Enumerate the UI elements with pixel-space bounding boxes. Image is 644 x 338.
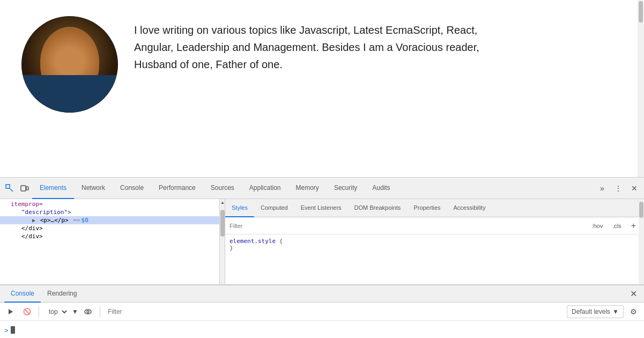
svg-marker-4 xyxy=(9,309,13,314)
context-select[interactable]: top xyxy=(45,305,69,318)
console-tab-console[interactable]: Console xyxy=(4,285,41,303)
tab-elements[interactable]: Elements xyxy=(32,178,74,199)
console-toolbar: 🚫 top ▼ Default levels ▼ ⚙ xyxy=(0,303,644,321)
svg-rect-2 xyxy=(21,186,26,191)
tab-application[interactable]: Application xyxy=(242,178,288,199)
hov-button[interactable]: :hov xyxy=(588,221,606,231)
svg-rect-0 xyxy=(6,185,10,188)
avatar-image xyxy=(21,16,118,113)
console-input-area[interactable]: > xyxy=(0,321,644,338)
tab-console[interactable]: Console xyxy=(113,178,151,199)
element-line[interactable]: </div> xyxy=(0,232,219,240)
styles-tab-dom-breakpoints[interactable]: DOM Breakpoints xyxy=(348,199,408,217)
styles-tab-event-listeners[interactable]: Event Listeners xyxy=(294,199,348,217)
svg-point-5 xyxy=(85,310,91,314)
element-line[interactable]: itemprop= xyxy=(0,200,219,208)
element-line-selected[interactable]: ▶ <p>…</p> == $0 xyxy=(0,216,219,224)
element-line[interactable]: </div> xyxy=(0,224,219,232)
add-style-button[interactable]: + xyxy=(627,220,640,232)
device-icon[interactable] xyxy=(17,181,32,196)
page-scroll-thumb[interactable] xyxy=(639,1,643,23)
scroll-up-arrow[interactable]: ▲ xyxy=(220,199,225,205)
avatar xyxy=(21,16,118,113)
tab-memory[interactable]: Memory xyxy=(288,178,327,199)
toolbar-divider2 xyxy=(100,306,100,317)
console-filter-input[interactable] xyxy=(106,305,564,318)
tab-performance[interactable]: Performance xyxy=(151,178,203,199)
console-panel: Console Rendering ✕ 🚫 top ▼ xyxy=(0,284,644,338)
console-close-button[interactable]: ✕ xyxy=(627,288,640,300)
console-tab-rendering[interactable]: Rendering xyxy=(41,285,83,303)
bio-text: I love writing on various topics like Ja… xyxy=(134,16,509,73)
dropdown-arrow: ▼ xyxy=(72,308,78,315)
main-content: I love writing on various topics like Ja… xyxy=(0,0,644,177)
svg-point-6 xyxy=(87,311,89,313)
styles-tab-computed[interactable]: Computed xyxy=(254,199,294,217)
svg-rect-3 xyxy=(26,187,28,190)
console-gear-button[interactable]: ⚙ xyxy=(627,305,640,318)
cls-button[interactable]: .cls xyxy=(609,221,625,231)
toolbar-divider xyxy=(39,306,39,317)
tab-network[interactable]: Network xyxy=(74,178,113,199)
elements-scroll-thumb[interactable] xyxy=(220,210,225,237)
styles-scroll-thumb[interactable] xyxy=(639,202,643,218)
styles-tabs: Styles Computed Event Listeners DOM Brea… xyxy=(225,199,644,217)
console-prompt: > xyxy=(4,326,9,334)
eye-icon[interactable] xyxy=(82,305,94,318)
levels-select[interactable]: Default levels ▼ xyxy=(567,305,624,318)
no-issues-icon[interactable]: 🚫 xyxy=(20,305,33,318)
styles-tab-styles[interactable]: Styles xyxy=(225,199,254,217)
devtools-tabs: Elements Network Console Performance Sou… xyxy=(32,178,595,199)
styles-tab-properties[interactable]: Properties xyxy=(407,199,447,217)
tab-sources[interactable]: Sources xyxy=(203,178,242,199)
toolbar-end: » ⋮ ✕ xyxy=(595,181,642,196)
page-scrollbar[interactable] xyxy=(638,0,644,177)
execute-context-icon[interactable] xyxy=(4,305,17,318)
devtools-menu-button[interactable]: ⋮ xyxy=(611,181,626,196)
tab-audits[interactable]: Audits xyxy=(365,178,397,199)
console-cursor xyxy=(11,326,15,334)
tab-security[interactable]: Security xyxy=(327,178,365,199)
more-tabs-button[interactable]: » xyxy=(595,181,610,196)
css-rule: element.style { } xyxy=(230,238,640,252)
devtools-panel: Elements Network Console Performance Sou… xyxy=(0,177,644,338)
expand-arrow: ▶ xyxy=(32,217,35,223)
console-tabs-bar: Console Rendering ✕ xyxy=(0,285,644,303)
devtools-close-button[interactable]: ✕ xyxy=(627,181,642,196)
element-line[interactable]: "description"> xyxy=(0,208,219,216)
svg-line-1 xyxy=(10,189,13,192)
styles-tab-accessibility[interactable]: Accessibility xyxy=(447,199,492,217)
styles-filter-bar: :hov .cls + xyxy=(225,217,644,234)
styles-filter-buttons: :hov .cls + xyxy=(588,220,640,232)
inspect-icon[interactable] xyxy=(2,181,17,196)
styles-filter-input[interactable] xyxy=(230,223,588,229)
devtools-toolbar: Elements Network Console Performance Sou… xyxy=(0,178,644,199)
